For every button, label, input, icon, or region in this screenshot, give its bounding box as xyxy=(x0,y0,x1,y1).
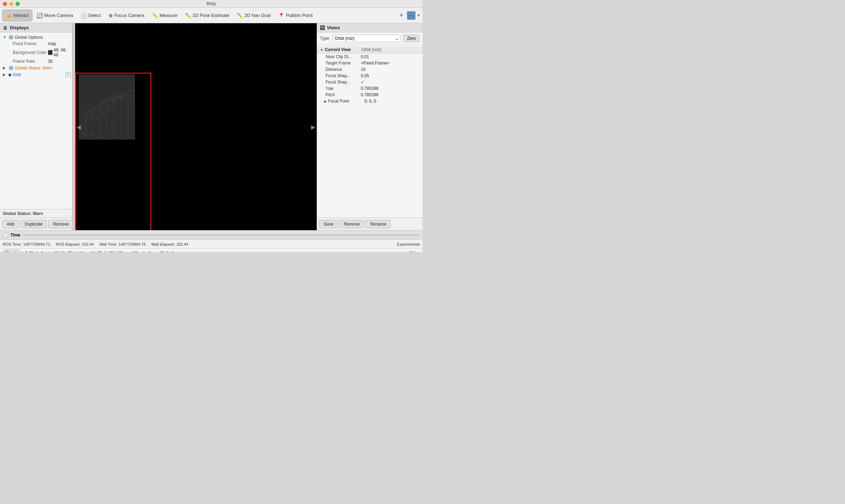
measure-button[interactable]: 📏 Measure xyxy=(148,10,181,21)
titlebar: RViz xyxy=(0,0,422,8)
add-toolbar-button[interactable]: + xyxy=(397,11,406,20)
nav-goal-button[interactable]: ✏️ 2D Nav Goal xyxy=(233,10,274,21)
ros-time-item: ROS Time: 1497728994.72 xyxy=(3,242,50,246)
pose-estimate-button[interactable]: ✏️ 2D Pose Estimate xyxy=(182,10,233,21)
minimize-button[interactable] xyxy=(9,2,13,6)
global-status-arrow: ▶ xyxy=(3,66,7,70)
toolbar-dropdown-arrow[interactable]: ▼ xyxy=(417,13,420,17)
wall-elapsed-item: Wall Elapsed: 102.44 xyxy=(151,242,188,246)
displays-tree: ▼ ⚙️ Global Options Fixed Frame map Back… xyxy=(0,32,72,209)
views-bottom-buttons: Save Remove Rename xyxy=(317,217,422,230)
near-clip-label: Near Clip Di... xyxy=(326,54,361,59)
interact-button[interactable]: ☝️ Interact xyxy=(2,10,32,21)
pitch-label: Pitch xyxy=(326,92,361,97)
publish-point-icon: 📍 xyxy=(278,13,284,18)
wall-elapsed-label: Wall Elapsed: xyxy=(151,242,175,246)
time-label: Time xyxy=(11,233,20,238)
focal-point-arrow: ▶ xyxy=(324,99,327,103)
current-view-title: Current View xyxy=(325,47,360,52)
ros-time-value: 1497728994.72 xyxy=(23,242,50,246)
status-text: Global Status: Warn xyxy=(3,211,43,216)
ros-elapsed-label: ROS Elapsed: xyxy=(56,242,80,246)
bottom-status-bar: ROS Time: 1497728994.72 ROS Elapsed: 102… xyxy=(0,239,422,248)
viewport[interactable]: ◀ ▶ xyxy=(75,23,317,230)
pitch-row: Pitch 0.785398 xyxy=(317,92,422,98)
reset-button[interactable]: Reset xyxy=(3,250,19,252)
fixed-frame-value: map xyxy=(48,41,56,46)
grid-item[interactable]: ▶ ◈ Grid ✓ xyxy=(0,71,72,78)
left-scrollbar xyxy=(72,23,75,230)
measure-icon: 📏 xyxy=(152,13,158,18)
focal-shape1-row: Focal Shap... 0.05 xyxy=(317,73,422,79)
wall-elapsed-value: 102.44 xyxy=(176,242,188,246)
duplicate-button[interactable]: Duplicate xyxy=(20,220,47,228)
focal-shape2-label: Focal Shap... xyxy=(326,80,361,85)
wall-time-item: Wall Time: 1497728994.76 xyxy=(99,242,146,246)
nav-goal-icon: ✏️ xyxy=(237,13,243,18)
wall-time-label: Wall Time: xyxy=(99,242,117,246)
rename-view-button[interactable]: Rename xyxy=(366,220,391,228)
grid-label: Grid xyxy=(13,72,21,77)
target-frame-label: Target Frame xyxy=(326,61,361,66)
window-controls xyxy=(3,2,20,6)
grid-icon: ◈ xyxy=(8,72,12,77)
focus-camera-button[interactable]: ⊕ Focus Camera xyxy=(105,10,148,21)
collapse-toolbar-button[interactable]: — xyxy=(407,11,415,20)
focus-camera-icon: ⊕ xyxy=(109,13,113,18)
global-options-icon: ⚙️ xyxy=(8,35,14,40)
select-button[interactable]: ⬜ Select xyxy=(77,10,104,21)
type-select-arrow: ⌄ xyxy=(395,36,399,41)
current-view-type: Orbit (rviz) xyxy=(361,47,381,52)
displays-header: 🖥 Displays xyxy=(0,23,72,32)
remove-display-button[interactable]: Remove xyxy=(48,220,73,228)
viewport-arrow-left[interactable]: ◀ xyxy=(77,123,81,130)
type-select[interactable]: Orbit (rviz) ⌄ xyxy=(333,35,400,42)
publish-point-button[interactable]: 📍 Publish Point xyxy=(275,10,316,21)
near-clip-value: 0.01 xyxy=(361,54,369,59)
close-button[interactable] xyxy=(3,2,7,6)
background-color-swatch xyxy=(48,50,53,55)
maximize-button[interactable] xyxy=(16,2,20,6)
interact-icon: ☝️ xyxy=(6,13,12,18)
views-header: 🖼 Views xyxy=(317,23,422,32)
grid-visualization xyxy=(79,74,135,140)
global-options-item[interactable]: ▼ ⚙️ Global Options xyxy=(0,34,72,41)
ros-elapsed-item: ROS Elapsed: 102.44 xyxy=(56,242,93,246)
fixed-frame-row: Fixed Frame map xyxy=(0,41,72,47)
distance-row: Distance 10 xyxy=(317,66,422,73)
yaw-row: Yaw 0.785398 xyxy=(317,85,422,92)
time-bar-slider[interactable] xyxy=(23,234,420,236)
move-camera-button[interactable]: 🔄 Move Camera xyxy=(33,10,77,21)
distance-value: 10 xyxy=(361,67,365,72)
select-icon: ⬜ xyxy=(81,13,87,18)
current-view-header: ▼ Current View Orbit (rviz) xyxy=(317,46,422,54)
status-bar: Global Status: Warn xyxy=(0,209,72,217)
background-color-row: Background Color 48; 48; 48 xyxy=(0,47,72,58)
global-status-label: Global Status: Warn xyxy=(15,66,53,70)
displays-title: Displays xyxy=(10,25,29,30)
add-display-button[interactable]: Add xyxy=(2,220,19,228)
remove-view-button[interactable]: Remove xyxy=(339,220,364,228)
grid-arrow: ▶ xyxy=(3,73,7,76)
right-panel: 🖼 Views Type: Orbit (rviz) ⌄ Zero ▼ Curr… xyxy=(317,23,422,230)
background-color-label: Background Color xyxy=(13,50,48,55)
target-frame-value: <Fixed Frame> xyxy=(361,61,389,66)
background-color-value: 48; 48; 48 xyxy=(54,48,71,57)
main-layout: 🖥 Displays ▼ ⚙️ Global Options Fixed Fra… xyxy=(0,23,422,230)
grid-checkbox[interactable]: ✓ xyxy=(66,72,71,77)
ros-elapsed-value: 102.44 xyxy=(82,242,94,246)
save-view-button[interactable]: Save xyxy=(319,220,338,228)
viewport-arrow-right[interactable]: ▶ xyxy=(311,123,315,130)
near-clip-row: Near Clip Di... 0.01 xyxy=(317,54,422,60)
views-content: ▼ Current View Orbit (rviz) Near Clip Di… xyxy=(317,45,422,217)
move-camera-icon: 🔄 xyxy=(37,13,43,18)
frame-rate-label: Frame Rate xyxy=(13,59,48,64)
displays-icon: 🖥 xyxy=(3,25,8,31)
toolbar: ☝️ Interact 🔄 Move Camera ⬜ Select ⊕ Foc… xyxy=(0,8,422,23)
focal-point-value: 0; 0; 0 xyxy=(364,99,376,104)
global-status-icon: ⚙️ xyxy=(8,65,14,70)
frame-rate-value: 30 xyxy=(48,59,53,64)
global-status-item[interactable]: ▶ ⚙️ Global Status: Warn xyxy=(0,64,72,71)
zero-button[interactable]: Zero xyxy=(403,35,420,42)
focal-shape1-label: Focal Shap... xyxy=(326,73,361,78)
